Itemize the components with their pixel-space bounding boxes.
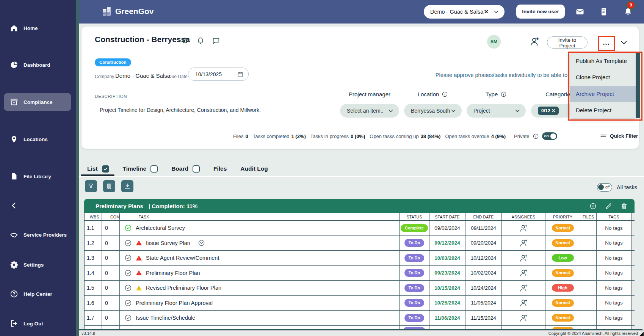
collapse-card-chevron-icon[interactable] xyxy=(620,38,628,47)
project-bell-icon[interactable] xyxy=(196,36,205,45)
files-cell[interactable] xyxy=(580,281,597,295)
task-row[interactable]: 1.20Issue Survey PlanTo Do09/12/202409/2… xyxy=(84,236,635,251)
task-name[interactable]: Issue Timeline/Schedule xyxy=(136,315,195,321)
start-date-cell[interactable]: 10/25/2024 xyxy=(429,296,465,311)
status-cell[interactable]: To Do xyxy=(400,236,429,251)
priority-badge[interactable]: Low xyxy=(552,254,574,262)
private-toggle[interactable]: on xyxy=(542,132,557,140)
start-date-cell[interactable]: 09/23/2024 xyxy=(429,266,465,281)
more-menu-button[interactable]: ... xyxy=(603,41,610,44)
status-cell[interactable]: To Do xyxy=(400,311,429,325)
files-cell[interactable] xyxy=(580,296,597,311)
task-cell[interactable]: Revised Preliminary Floor Plan xyxy=(120,281,400,295)
task-row[interactable]: 1.10Architectural SurveyComplete09/02/20… xyxy=(84,221,635,236)
filter-button[interactable] xyxy=(85,180,97,192)
chevron-down-icon[interactable] xyxy=(493,9,499,15)
expand-chevron-icon[interactable] xyxy=(198,239,205,247)
priority-badge[interactable]: Normal xyxy=(552,299,574,307)
assignees-cell[interactable] xyxy=(502,296,545,311)
company-selector[interactable]: Demo - Guac & Salsa ✕ xyxy=(424,5,505,19)
priority-cell[interactable]: Normal xyxy=(545,236,580,251)
tab-list[interactable]: List xyxy=(87,165,109,173)
task-name[interactable]: Preliminary Floor Plan xyxy=(146,270,200,276)
assign-user-icon[interactable] xyxy=(519,314,528,322)
assignees-cell[interactable] xyxy=(502,251,545,265)
sidebar-item-compliance[interactable]: Compliance xyxy=(4,93,71,111)
priority-badge[interactable]: Normal xyxy=(552,269,574,277)
task-row[interactable]: 1.50Revised Preliminary Floor PlanTo Do1… xyxy=(84,281,635,296)
priority-badge[interactable]: Normal xyxy=(552,239,574,247)
delete-phase-icon[interactable] xyxy=(620,203,628,210)
table-scrollbar[interactable] xyxy=(631,266,635,281)
end-date-cell[interactable]: 11/05/2024 xyxy=(465,296,502,311)
due-date-input[interactable]: 10/13/2025 xyxy=(188,68,249,81)
priority-cell[interactable]: Normal xyxy=(545,311,580,325)
assign-user-icon[interactable] xyxy=(519,224,528,232)
status-badge[interactable]: Complete xyxy=(401,224,428,232)
sidebar-item-log-out[interactable]: Log Out xyxy=(4,314,71,333)
end-date-cell[interactable]: 10/02/2024 xyxy=(465,266,502,281)
files-cell[interactable] xyxy=(580,251,597,265)
tags-cell[interactable]: No tags xyxy=(597,221,631,236)
avatar[interactable]: SM xyxy=(487,35,501,49)
invite-to-project-button[interactable]: Invite to Project xyxy=(547,36,588,49)
task-name[interactable]: Architectural Survey xyxy=(136,225,185,231)
files-cell[interactable] xyxy=(580,311,597,325)
invite-new-user-button[interactable]: Invite new user xyxy=(516,5,565,19)
table-scrollbar[interactable] xyxy=(631,251,635,265)
status-badge[interactable]: To Do xyxy=(404,254,424,262)
task-name[interactable]: Preliminary Floor Plan Approval xyxy=(136,300,213,306)
sidebar-item-help-center[interactable]: Help Center xyxy=(4,285,71,303)
quick-filter-button[interactable]: Quick Filter xyxy=(600,132,638,140)
priority-cell[interactable]: Normal xyxy=(545,221,580,236)
end-date-cell[interactable]: 09/11/2024 xyxy=(465,221,502,236)
field-select-location[interactable]: Berryessa South xyxy=(404,104,462,118)
calendar-icon[interactable] xyxy=(237,71,244,78)
task-cell[interactable]: Preliminary Floor Plan Approval xyxy=(120,296,400,311)
columns-button[interactable] xyxy=(103,180,115,192)
tab-timeline[interactable]: Timeline xyxy=(123,165,158,173)
status-badge[interactable]: To Do xyxy=(404,284,424,292)
assign-user-icon[interactable] xyxy=(519,239,528,247)
info-icon[interactable] xyxy=(533,133,539,140)
files-cell[interactable] xyxy=(580,266,597,281)
priority-badge[interactable]: Normal xyxy=(552,314,574,322)
field-select-project-manager[interactable]: Select an item.. xyxy=(340,104,399,118)
complete-check-icon[interactable] xyxy=(124,299,132,307)
sidebar-item-service-providers[interactable]: Service Providers xyxy=(4,226,71,244)
sidebar-item-dashboard[interactable]: Dashboard xyxy=(4,56,71,74)
categories-chip[interactable]: 0/12✕ xyxy=(538,107,559,115)
menu-scrollbar[interactable] xyxy=(636,53,640,118)
sidebar-item-settings[interactable]: Settings xyxy=(4,256,71,274)
tags-cell[interactable]: No tags xyxy=(597,266,631,281)
task-name[interactable]: Revised Preliminary Floor Plan xyxy=(146,285,221,291)
task-row[interactable]: 1.70Issue Timeline/ScheduleTo Do11/06/20… xyxy=(84,311,635,326)
end-date-cell[interactable]: 09/20/2024 xyxy=(465,236,502,251)
start-date-cell[interactable]: 11/06/2024 xyxy=(429,311,465,325)
priority-badge[interactable]: Normal xyxy=(552,224,574,232)
table-scrollbar[interactable] xyxy=(631,281,635,295)
complete-check-icon[interactable] xyxy=(124,254,132,262)
menu-item-delete-project[interactable]: Delete Project xyxy=(570,102,636,118)
table-scrollbar[interactable] xyxy=(631,296,635,311)
priority-badge[interactable]: High xyxy=(552,284,574,292)
sidebar-item-home[interactable]: Home xyxy=(4,19,71,37)
tab-files[interactable]: Files xyxy=(213,165,227,172)
checkbox-unchecked-icon[interactable] xyxy=(150,165,158,173)
field-select-type[interactable]: Project xyxy=(467,104,526,118)
start-date-cell[interactable]: 10/15/2024 xyxy=(429,281,465,295)
status-cell[interactable]: Complete xyxy=(400,221,429,236)
edit-phase-icon[interactable] xyxy=(605,203,612,210)
project-comment-icon[interactable] xyxy=(212,36,220,45)
priority-cell[interactable]: Low xyxy=(545,251,580,265)
task-name[interactable]: State Agent Review/Comment xyxy=(146,255,219,261)
table-scrollbar[interactable] xyxy=(631,236,635,251)
mail-icon[interactable] xyxy=(575,7,584,16)
menu-item-archive-project[interactable]: Archive Project xyxy=(570,86,636,102)
end-date-cell[interactable]: 11/15/2024 xyxy=(465,311,502,325)
sidebar-item-file-library[interactable]: File Library xyxy=(4,167,71,185)
assign-user-icon[interactable] xyxy=(519,284,528,292)
status-cell[interactable]: To Do xyxy=(400,296,429,311)
info-icon[interactable] xyxy=(500,91,507,97)
task-cell[interactable]: Preliminary Floor Plan xyxy=(120,266,400,281)
